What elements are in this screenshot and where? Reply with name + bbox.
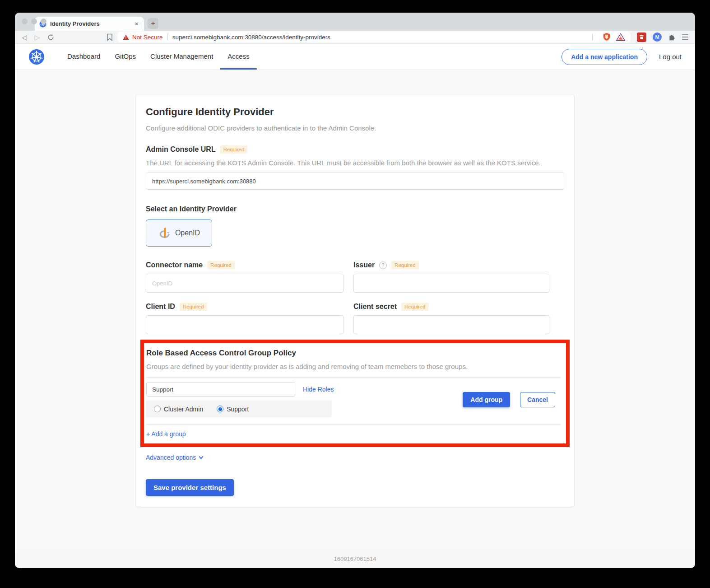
nav-item-cluster-management[interactable]: Cluster Management — [143, 44, 220, 70]
back-icon[interactable]: ◁ — [22, 34, 27, 41]
client-id-input[interactable] — [146, 315, 343, 334]
tab-bar: Identity Providers × + — [15, 13, 695, 31]
logout-link[interactable]: Log out — [659, 53, 682, 61]
add-new-application-button[interactable]: Add a new application — [562, 49, 647, 65]
required-badge: Required — [391, 261, 419, 269]
required-badge: Required — [401, 303, 429, 311]
issuer-help-icon[interactable]: ? — [379, 261, 387, 269]
nav-item-access[interactable]: Access — [220, 44, 256, 70]
menu-icon[interactable] — [682, 34, 688, 40]
shields-separator — [592, 34, 593, 41]
add-group-button[interactable]: Add group — [463, 392, 510, 407]
browser-window: Identity Providers × + ◁ ▷ Not Secure su… — [15, 13, 695, 568]
connector-name-label: Connector name — [146, 261, 203, 269]
page-title: Configure Identity Provider — [146, 106, 564, 118]
chevron-down-icon — [199, 454, 204, 459]
admin-console-url-label: Admin Console URL — [146, 145, 216, 154]
radio-unselected-icon[interactable] — [154, 406, 161, 412]
role-label: Support — [227, 406, 249, 413]
advanced-options-toggle[interactable]: Advanced options — [146, 454, 203, 461]
extension-icons: M — [637, 33, 688, 42]
role-label: Cluster Admin — [164, 406, 203, 413]
issuer-input[interactable] — [353, 274, 549, 293]
openid-logo-icon — [158, 226, 172, 240]
nav-item-dashboard[interactable]: Dashboard — [60, 44, 107, 70]
add-a-group-link[interactable]: + Add a group — [146, 430, 186, 438]
required-badge: Required — [220, 145, 248, 154]
select-identity-provider-label: Select an Identity Provider — [146, 205, 564, 213]
save-provider-settings-button[interactable]: Save provider settings — [146, 479, 234, 496]
admin-console-url-input[interactable] — [146, 173, 564, 190]
client-id-label: Client ID — [146, 303, 175, 311]
nav-item-gitops[interactable]: GitOps — [107, 44, 143, 70]
brave-shield-icon[interactable] — [603, 33, 611, 42]
admin-console-url-description: The URL for accessing the KOTS Admin Con… — [146, 159, 564, 167]
tab-title: Identity Providers — [50, 20, 130, 27]
browser-toolbar: ◁ ▷ Not Secure superci.somebigbank.com:3… — [15, 31, 695, 44]
client-secret-label: Client secret — [353, 303, 397, 311]
window-controls — [22, 19, 46, 24]
group-name-input[interactable] — [146, 382, 295, 397]
not-secure-label[interactable]: Not Secure — [132, 34, 163, 41]
roles-box: Cluster Admin Support — [146, 401, 332, 417]
configure-identity-provider-card: Configure Identity Provider Configure ad… — [135, 94, 575, 507]
tab-close-icon[interactable]: × — [134, 20, 139, 28]
openid-provider-label: OpenID — [175, 229, 200, 237]
cancel-button[interactable]: Cancel — [520, 392, 555, 407]
site-header: Dashboard GitOps Cluster Management Acce… — [15, 44, 695, 70]
hide-roles-link[interactable]: Hide Roles — [303, 386, 334, 393]
reload-icon[interactable] — [47, 34, 54, 41]
page-footer: 1609167061514 — [15, 550, 695, 568]
main-nav: Dashboard GitOps Cluster Management Acce… — [60, 44, 257, 70]
kubernetes-logo-icon — [28, 49, 45, 65]
advanced-options-label: Advanced options — [146, 454, 196, 461]
client-secret-input[interactable] — [353, 315, 549, 334]
not-secure-warning-icon[interactable] — [123, 34, 129, 40]
openid-provider-card[interactable]: OpenID — [146, 219, 212, 247]
required-badge: Required — [180, 303, 207, 311]
url-bar[interactable]: Not Secure superci.somebigbank.com:30880… — [117, 32, 631, 42]
role-radio-cluster-admin[interactable]: Cluster Admin — [154, 406, 203, 413]
browser-tab[interactable]: Identity Providers × — [35, 17, 144, 31]
privacy-extension-icon[interactable] — [637, 33, 646, 42]
page-body: Configure Identity Provider Configure ad… — [15, 70, 695, 550]
radio-selected-icon[interactable] — [217, 406, 223, 412]
footer-timestamp: 1609167061514 — [334, 555, 376, 562]
maximize-window-button[interactable] — [41, 19, 46, 24]
bat-rewards-icon[interactable] — [616, 33, 625, 41]
rbac-highlight-box: Role Based Access Control Group Policy G… — [140, 340, 570, 447]
url-separator — [167, 34, 168, 41]
role-radio-support[interactable]: Support — [217, 406, 249, 413]
rbac-divider-top — [146, 377, 561, 378]
required-badge: Required — [207, 261, 235, 269]
connector-name-input[interactable] — [146, 274, 343, 293]
rbac-title: Role Based Access Control Group Policy — [146, 349, 561, 358]
forward-icon[interactable]: ▷ — [35, 34, 40, 41]
page-subtitle: Configure additional ODIC providers to a… — [146, 124, 564, 132]
group-editor-row: Hide Roles Cluster Admin Support — [146, 382, 561, 417]
bookmark-icon[interactable] — [107, 33, 113, 41]
extensions-puzzle-icon[interactable] — [668, 33, 676, 41]
rbac-subtitle: Groups are defined by your identity prov… — [146, 363, 561, 370]
rbac-divider-bottom — [146, 424, 561, 425]
issuer-label: Issuer — [353, 261, 375, 269]
m-extension-icon[interactable]: M — [653, 33, 662, 42]
new-tab-button[interactable]: + — [148, 18, 158, 29]
minimize-window-button[interactable] — [31, 19, 37, 24]
close-window-button[interactable] — [22, 19, 28, 24]
url-text[interactable]: superci.somebigbank.com:30880/access/ide… — [172, 34, 330, 41]
